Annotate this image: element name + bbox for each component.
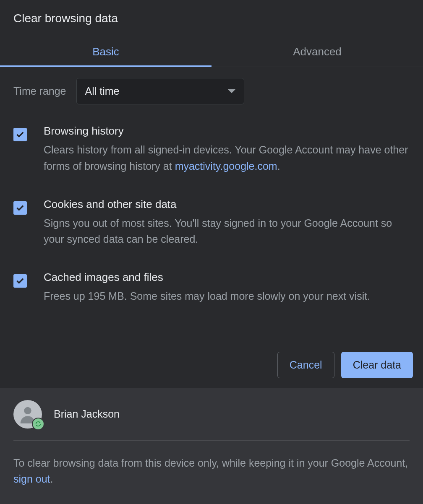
option-cookies: Cookies and other site data Signs you ou… [13, 198, 410, 248]
footer-text-suffix: . [50, 473, 53, 485]
time-range-value: All time [85, 85, 120, 97]
option-description: Frees up 195 MB. Some sites may load mor… [44, 288, 410, 304]
option-description: Signs you out of most sites. You'll stay… [44, 215, 410, 248]
cancel-button[interactable]: Cancel [277, 352, 334, 378]
desc-suffix: . [277, 160, 280, 172]
option-title: Cookies and other site data [44, 198, 410, 211]
checkbox-content: Browsing history Clears history from all… [44, 125, 410, 174]
option-cache: Cached images and files Frees up 195 MB.… [13, 271, 410, 304]
profile-row: Brian Jackson [13, 400, 410, 441]
button-row: Cancel Clear data [0, 352, 423, 388]
checkbox-cookies[interactable] [13, 201, 27, 215]
footer-text: To clear browsing data from this device … [13, 455, 410, 488]
content: Time range All time Browsing history Cle… [0, 67, 423, 352]
checkbox-browsing-history[interactable] [13, 128, 27, 141]
check-icon [16, 130, 25, 139]
tab-advanced-label: Advanced [293, 45, 342, 58]
check-icon [16, 276, 25, 286]
svg-point-0 [24, 407, 31, 414]
footer: Brian Jackson To clear browsing data fro… [0, 388, 423, 504]
profile-name: Brian Jackson [54, 408, 120, 420]
sync-icon [35, 421, 42, 427]
tabs: Basic Advanced [0, 37, 423, 67]
tab-basic-label: Basic [92, 45, 119, 58]
time-range-row: Time range All time [13, 78, 410, 104]
option-title: Browsing history [44, 125, 410, 138]
time-range-label: Time range [13, 85, 66, 97]
tab-advanced[interactable]: Advanced [212, 37, 423, 67]
dialog-title: Clear browsing data [0, 0, 423, 25]
clear-browsing-data-dialog: Clear browsing data Basic Advanced Time … [0, 0, 423, 504]
footer-text-prefix: To clear browsing data from this device … [13, 457, 408, 469]
chevron-down-icon [228, 89, 235, 93]
myactivity-link[interactable]: myactivity.google.com [175, 160, 277, 172]
checkbox-content: Cookies and other site data Signs you ou… [44, 198, 410, 248]
time-range-select[interactable]: All time [76, 78, 244, 104]
clear-data-button[interactable]: Clear data [341, 352, 413, 378]
sign-out-link[interactable]: sign out [13, 473, 50, 485]
check-icon [16, 203, 25, 213]
option-browsing-history: Browsing history Clears history from all… [13, 125, 410, 174]
option-description: Clears history from all signed-in device… [44, 142, 410, 174]
tab-basic[interactable]: Basic [0, 37, 212, 67]
checkbox-content: Cached images and files Frees up 195 MB.… [44, 271, 410, 304]
checkbox-cache[interactable] [13, 274, 27, 288]
avatar [13, 400, 42, 429]
option-title: Cached images and files [44, 271, 410, 284]
sync-badge [32, 418, 44, 430]
